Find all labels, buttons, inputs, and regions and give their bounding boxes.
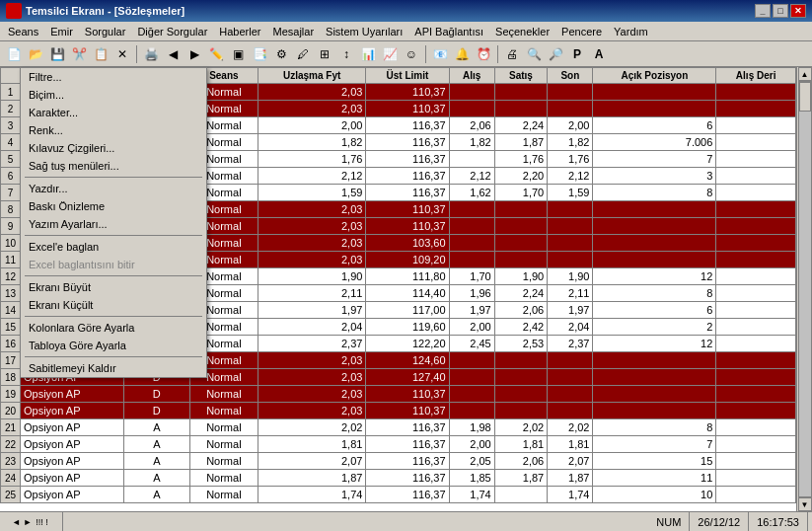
toolbar-settings[interactable]: ⚙ <box>271 44 291 64</box>
table-cell: Normal <box>189 403 258 419</box>
toolbar-save[interactable]: 💾 <box>47 44 67 64</box>
toolbar-clock[interactable]: ⏰ <box>474 44 493 64</box>
toolbar-zoom-out[interactable]: 🔎 <box>546 44 565 64</box>
table-row[interactable]: 25Opsiyon APANormal1,74116,371,741,7410 <box>1 487 796 503</box>
table-cell: 10 <box>593 487 716 503</box>
scroll-up-button[interactable]: ▲ <box>798 67 812 81</box>
context-menu-item[interactable]: Renk... <box>21 121 206 139</box>
menu-sistem-uyarilari[interactable]: Sistem Uyarıları <box>320 22 408 40</box>
toolbar-cut[interactable]: ✂️ <box>69 44 89 64</box>
toolbar-zoom-in[interactable]: 🔍 <box>524 44 544 64</box>
table-cell <box>449 151 494 168</box>
table-cell: 7 <box>593 436 716 453</box>
scrollbar-vertical[interactable]: ▲ ▼ <box>796 67 812 511</box>
toolbar-new[interactable]: 📄 <box>4 44 24 64</box>
menu-haberler[interactable]: Haberler <box>213 22 266 40</box>
menu-sorgular[interactable]: Sorgular <box>79 22 132 40</box>
toolbar-chart2[interactable]: 📈 <box>380 44 400 64</box>
table-cell: 8 <box>593 185 716 201</box>
close-button[interactable]: ✕ <box>790 4 806 18</box>
context-menu-item[interactable]: Baskı Önizleme <box>21 197 206 215</box>
menu-secenekler[interactable]: Seçenekler <box>489 22 555 40</box>
table-cell: 116,37 <box>366 117 449 134</box>
table-cell: 15 <box>1 319 21 336</box>
context-menu-item[interactable]: Kolonlara Göre Ayarla <box>21 319 206 337</box>
toolbar-delete[interactable]: ✕ <box>112 44 132 64</box>
menu-emir[interactable]: Emir <box>44 22 79 40</box>
toolbar-pen[interactable]: 🖊 <box>293 44 313 64</box>
table-cell: 11 <box>1 252 21 268</box>
context-menu-item[interactable]: Sağ tuş menüleri... <box>21 157 206 175</box>
table-cell: Opsiyon AP <box>21 386 124 403</box>
table-cell <box>716 185 796 201</box>
table-row[interactable]: 22Opsiyon APANormal1,81116,372,001,811,8… <box>1 436 796 453</box>
context-menu-item[interactable]: Excel'e baglan <box>21 238 206 256</box>
context-menu-item[interactable]: Karakter... <box>21 104 206 121</box>
maximize-button[interactable]: □ <box>773 4 788 18</box>
menu-api-baglantisi[interactable]: API Bağlantısı <box>408 22 489 40</box>
context-menu-item[interactable]: Yazım Ayarları... <box>21 215 206 233</box>
toolbar-copy[interactable]: 📋 <box>91 44 111 64</box>
context-menu-item[interactable]: Ekranı Küçült <box>21 296 206 314</box>
table-cell <box>716 319 796 336</box>
toolbar-back[interactable]: ◀ <box>163 44 183 64</box>
table-cell <box>716 235 796 252</box>
context-menu-item[interactable]: Tabloya Göre Ayarla <box>21 337 206 354</box>
toolbar-p[interactable]: P <box>567 44 587 64</box>
table-cell: 9 <box>1 218 21 235</box>
minimize-button[interactable]: _ <box>755 4 771 18</box>
context-menu-item[interactable]: Yazdır... <box>21 180 206 197</box>
table-row[interactable]: 23Opsiyon APANormal2,07116,372,052,062,0… <box>1 453 796 470</box>
toolbar-forward[interactable]: ▶ <box>185 44 204 64</box>
scroll-track[interactable] <box>798 81 812 497</box>
menu-pencere[interactable]: Pencere <box>555 22 608 40</box>
toolbar-chart1[interactable]: 📊 <box>358 44 378 64</box>
toolbar-sort[interactable]: ↕ <box>336 44 356 64</box>
table-cell <box>548 252 593 268</box>
status-num: NUM <box>648 512 690 531</box>
scroll-thumb[interactable] <box>799 82 811 112</box>
toolbar-alert[interactable]: 🔔 <box>452 44 472 64</box>
table-cell: 1,59 <box>258 185 366 201</box>
context-menu-item[interactable]: Sabitlemeyi Kaldır <box>21 359 206 377</box>
table-cell <box>494 84 547 101</box>
table-cell <box>449 201 494 218</box>
toolbar-msg[interactable]: 📧 <box>430 44 450 64</box>
toolbar-a[interactable]: A <box>589 44 609 64</box>
toolbar-box[interactable]: ▣ <box>228 44 248 64</box>
table-cell: 2,02 <box>258 419 366 436</box>
toolbar-open[interactable]: 📂 <box>26 44 45 64</box>
toolbar-table[interactable]: ⊞ <box>315 44 334 64</box>
context-menu-item[interactable]: Ekranı Büyüt <box>21 278 206 296</box>
menu-yardim[interactable]: Yardım <box>608 22 654 40</box>
table-cell <box>449 403 494 419</box>
table-cell <box>716 386 796 403</box>
table-cell: 7 <box>593 151 716 168</box>
table-cell: 1,90 <box>494 268 547 285</box>
table-cell: 4 <box>1 134 21 151</box>
table-cell <box>593 386 716 403</box>
scroll-down-button[interactable]: ▼ <box>798 497 812 511</box>
table-row[interactable]: 21Opsiyon APANormal2,02116,371,982,022,0… <box>1 419 796 436</box>
toolbar-print[interactable]: 🖨️ <box>141 44 161 64</box>
table-row[interactable]: 24Opsiyon APANormal1,87116,371,851,871,8… <box>1 470 796 487</box>
table-cell <box>716 419 796 436</box>
table-row[interactable]: 20Opsiyon APDNormal2,03110,37 <box>1 403 796 419</box>
toolbar-edit[interactable]: ✏️ <box>206 44 226 64</box>
table-cell <box>449 252 494 268</box>
toolbar-pages[interactable]: 📑 <box>250 44 269 64</box>
table-row[interactable]: 19Opsiyon APDNormal2,03110,37 <box>1 386 796 403</box>
menu-mesajlar[interactable]: Mesajlar <box>267 22 321 40</box>
context-menu-item[interactable]: Kılavuz Çizgileri... <box>21 139 206 157</box>
menu-seans[interactable]: Seans <box>2 22 44 40</box>
table-cell: 8 <box>593 285 716 302</box>
table-cell: 110,37 <box>366 403 449 419</box>
context-menu-item[interactable]: Biçim... <box>21 86 206 104</box>
toolbar-print2[interactable]: 🖨 <box>502 44 522 64</box>
menu-diger-sorgular[interactable]: Diğer Sorgular <box>131 22 213 40</box>
toolbar-user[interactable]: ☺ <box>402 44 421 64</box>
context-menu-item[interactable]: Filtre... <box>21 68 206 86</box>
table-cell: 110,37 <box>366 386 449 403</box>
table-cell: 2,24 <box>494 117 547 134</box>
table-cell: 2,03 <box>258 235 366 252</box>
